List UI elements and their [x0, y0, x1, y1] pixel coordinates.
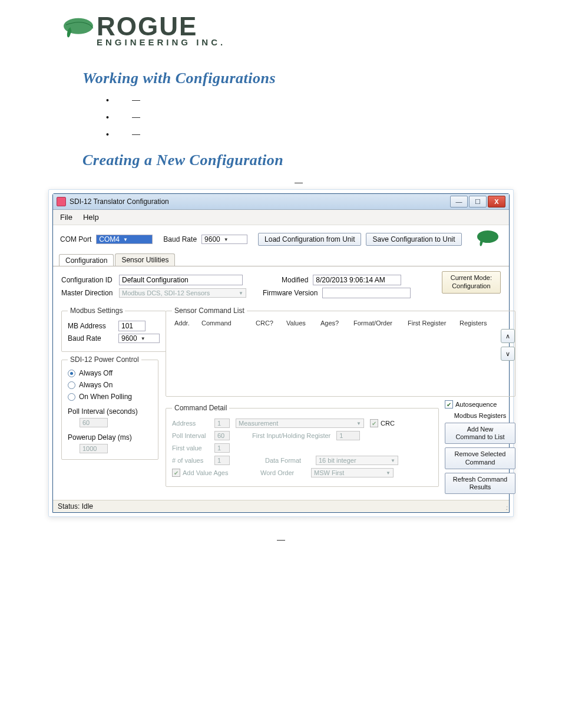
current-mode-badge: Current Mode: Configuration — [442, 271, 501, 294]
power-always-on-radio[interactable]: Always On — [68, 381, 113, 389]
svg-point-1 — [477, 230, 498, 243]
detail-datafmt-label: Data Format — [265, 457, 310, 464]
load-config-button[interactable]: Load Configuration from Unit — [258, 233, 361, 246]
section-working-title: Working with Configurations — [82, 70, 515, 87]
remove-command-button[interactable]: Remove Selected Command — [445, 447, 515, 469]
company-logo: ROGUE ENGINEERING INC. — [0, 15, 562, 57]
detail-numvalues-input[interactable] — [214, 456, 230, 465]
col-ages: Ages? — [320, 319, 346, 327]
menu-file[interactable]: File — [60, 213, 72, 222]
window-title: SDI-12 Translator Configuration — [70, 197, 450, 206]
window-titlebar[interactable]: SDI-12 Translator Configuration — ☐ X — [53, 194, 509, 210]
col-registers: Registers — [459, 319, 492, 327]
bullet-list — [106, 95, 515, 139]
power-control-group: SDI-12 Power Control Always Off Always O… — [61, 355, 158, 460]
autosequence-checkbox[interactable]: ✔Autosequence — [445, 400, 515, 409]
refresh-results-button[interactable]: Refresh Command Results — [445, 473, 515, 494]
baudrate-label: Baud Rate — [163, 235, 197, 243]
elephant-icon — [61, 16, 95, 45]
col-addr: Addr. — [174, 319, 194, 327]
master-direction-label: Master Direction — [61, 289, 114, 297]
detail-pollint-input[interactable] — [214, 431, 230, 440]
detail-wordorder-select[interactable]: MSW First▼ — [311, 468, 394, 477]
app-icon — [57, 197, 66, 206]
detail-address-label: Address — [172, 420, 209, 427]
move-down-button[interactable]: ∨ — [501, 347, 515, 361]
sensor-command-list[interactable] — [172, 328, 495, 390]
close-button[interactable]: X — [488, 196, 505, 207]
maximize-button[interactable]: ☐ — [469, 196, 487, 207]
poll-interval-input[interactable] — [80, 418, 108, 427]
detail-firstvalue-label: First value — [172, 444, 209, 452]
add-command-button[interactable]: Add New Command to List — [445, 423, 515, 444]
powerup-delay-input[interactable] — [80, 444, 108, 453]
brand-tagline: ENGINEERING INC. — [97, 38, 226, 47]
detail-pollint-label: Poll Interval — [172, 432, 209, 439]
mb-baud-select[interactable]: 9600▼ — [118, 334, 160, 343]
firmware-version-value — [322, 288, 411, 298]
col-crc: CRC? — [256, 319, 279, 327]
status-bar: Status: Idle .: — [53, 500, 509, 512]
minimize-button[interactable]: — — [450, 196, 468, 207]
menu-help[interactable]: Help — [83, 213, 99, 222]
detail-datafmt-select[interactable]: 16 bit integer▼ — [316, 456, 398, 465]
comport-select[interactable]: COM4▼ — [96, 235, 153, 244]
tab-configuration[interactable]: Configuration — [59, 254, 114, 266]
sensor-command-list-group: Sensor Command List Addr. Command CRC? V… — [166, 307, 515, 397]
detail-firstvalue-input[interactable] — [214, 443, 230, 453]
move-up-button[interactable]: ∧ — [501, 329, 515, 343]
list-item — [106, 130, 515, 139]
col-command: Command — [201, 319, 249, 327]
mb-address-label: MB Address — [68, 322, 114, 330]
config-id-label: Configuration ID — [61, 276, 114, 284]
detail-crc-checkbox[interactable]: ✔CRC — [370, 419, 395, 427]
center-dash — [82, 175, 515, 186]
poll-interval-label: Poll Interval (seconds) — [68, 407, 152, 416]
app-elephant-icon — [474, 229, 502, 250]
power-on-polling-radio[interactable]: On When Polling — [68, 393, 132, 401]
list-item — [106, 95, 515, 104]
master-direction-select[interactable]: Modbus DCS, SDI-12 Sensors▼ — [119, 288, 246, 298]
col-first-register: First Register — [408, 319, 452, 327]
detail-measurement-select[interactable]: Measurement▼ — [236, 419, 364, 428]
detail-firstreg-label: First Input/Holding Register — [252, 432, 330, 439]
tab-sensor-utilities[interactable]: Sensor Utilities — [115, 253, 175, 266]
config-id-input[interactable] — [119, 275, 243, 285]
mb-address-input[interactable] — [118, 321, 146, 331]
command-detail-group: Command Detail Address Measurement▼ ✔CRC… — [166, 404, 439, 487]
section-creating-title: Creating a New Configuration — [82, 151, 515, 169]
detail-address-input[interactable] — [214, 419, 230, 428]
mb-baud-label: Baud Rate — [68, 334, 114, 342]
detail-numvalues-label: # of values — [172, 457, 209, 464]
modbus-settings-group: Modbus Settings MB Address Baud Rate 960… — [61, 307, 166, 352]
modified-label: Modified — [282, 276, 308, 284]
modified-value — [313, 275, 401, 285]
comport-label: COM Port — [60, 235, 91, 243]
col-format: Format/Order — [353, 319, 401, 327]
screenshot-figure: SDI-12 Translator Configuration — ☐ X Fi… — [48, 189, 514, 517]
resize-grip-icon[interactable]: .: — [505, 505, 507, 511]
autosequence-sublabel: Modbus Registers — [445, 412, 515, 419]
detail-firstreg-input[interactable] — [336, 431, 360, 440]
firmware-version-label: Firmware Version — [263, 289, 318, 297]
col-values: Values — [286, 319, 313, 327]
detail-wordorder-label: Word Order — [260, 469, 305, 476]
list-item — [106, 113, 515, 121]
save-config-button[interactable]: Save Configuration to Unit — [366, 233, 461, 246]
baudrate-select[interactable]: 9600▼ — [201, 235, 247, 244]
powerup-delay-label: Powerup Delay (ms) — [68, 433, 152, 442]
power-always-off-radio[interactable]: Always Off — [68, 369, 113, 377]
brand-name: ROGUE — [97, 15, 226, 38]
detail-addages-checkbox[interactable]: ✔Add Value Ages — [172, 469, 231, 477]
center-dash-2 — [0, 532, 562, 543]
